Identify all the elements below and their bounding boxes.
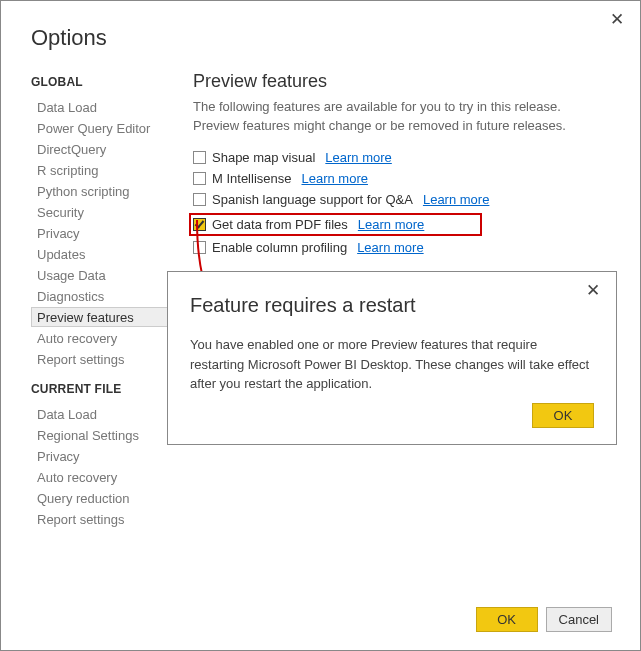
checkbox[interactable] [193,151,206,164]
nav-item[interactable]: Report settings [31,349,169,369]
feature-row: Spanish language support for Q&ALearn mo… [193,192,610,207]
feature-label: Shape map visual [212,150,315,165]
checkbox[interactable] [193,218,206,231]
nav-item[interactable]: Updates [31,244,169,264]
close-icon[interactable]: ✕ [580,278,606,303]
nav-item[interactable]: Security [31,202,169,222]
nav-item[interactable]: Auto recovery [31,328,169,348]
nav-item[interactable]: Auto recovery [31,467,169,487]
close-icon[interactable]: ✕ [604,7,630,32]
learn-more-link[interactable]: Learn more [325,150,391,165]
nav-item[interactable]: Privacy [31,223,169,243]
feature-row: Enable column profilingLearn more [193,240,610,255]
cancel-button[interactable]: Cancel [546,607,612,632]
feature-label: Get data from PDF files [212,217,348,232]
sidebar: GLOBALData LoadPower Query EditorDirectQ… [31,63,169,582]
nav-item[interactable]: Report settings [31,509,169,529]
feature-label: M Intellisense [212,171,291,186]
options-dialog: ✕ Options GLOBALData LoadPower Query Edi… [0,0,641,651]
nav-item[interactable]: Query reduction [31,488,169,508]
checkbox[interactable] [193,241,206,254]
nav-item[interactable]: Usage Data [31,265,169,285]
nav-item[interactable]: Regional Settings [31,425,169,445]
learn-more-link[interactable]: Learn more [423,192,489,207]
checkbox[interactable] [193,193,206,206]
learn-more-link[interactable]: Learn more [357,240,423,255]
checkbox[interactable] [193,172,206,185]
ok-button[interactable]: OK [476,607,538,632]
nav-item[interactable]: Diagnostics [31,286,169,306]
nav-item[interactable]: Preview features [31,307,169,327]
feature-row: M IntellisenseLearn more [193,171,610,186]
nav-item[interactable]: R scripting [31,160,169,180]
feature-row: Shape map visualLearn more [193,150,610,165]
content-heading: Preview features [193,63,610,92]
learn-more-link[interactable]: Learn more [301,171,367,186]
features-list: Shape map visualLearn moreM Intellisense… [193,150,610,255]
nav-item[interactable]: Data Load [31,404,169,424]
feature-row: Get data from PDF filesLearn more [189,213,482,236]
nav-item[interactable]: DirectQuery [31,139,169,159]
content-description: The following features are available for… [193,98,610,136]
feature-label: Spanish language support for Q&A [212,192,413,207]
dialog-title: Options [1,1,640,63]
nav-item[interactable]: Power Query Editor [31,118,169,138]
dialog-footer: OK Cancel [476,607,612,632]
popup-title: Feature requires a restart [190,294,594,317]
nav-item[interactable]: Python scripting [31,181,169,201]
nav-item[interactable]: Privacy [31,446,169,466]
restart-popup: ✕ Feature requires a restart You have en… [167,271,617,445]
nav-section-header: GLOBAL [31,63,169,97]
nav-section-header: CURRENT FILE [31,370,169,404]
feature-label: Enable column profiling [212,240,347,255]
nav-item[interactable]: Data Load [31,97,169,117]
popup-ok-button[interactable]: OK [532,403,594,428]
popup-body: You have enabled one or more Preview fea… [190,335,594,394]
learn-more-link[interactable]: Learn more [358,217,424,232]
